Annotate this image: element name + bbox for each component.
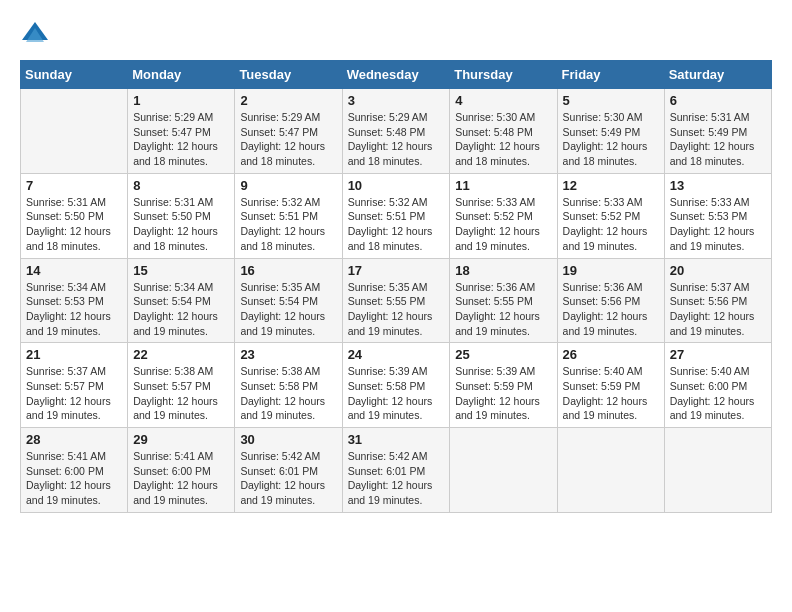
day-info: Sunrise: 5:38 AM Sunset: 5:58 PM Dayligh… <box>240 364 336 423</box>
calendar-cell: 18Sunrise: 5:36 AM Sunset: 5:55 PM Dayli… <box>450 258 557 343</box>
week-row-5: 28Sunrise: 5:41 AM Sunset: 6:00 PM Dayli… <box>21 428 772 513</box>
calendar-cell: 28Sunrise: 5:41 AM Sunset: 6:00 PM Dayli… <box>21 428 128 513</box>
calendar-cell: 2Sunrise: 5:29 AM Sunset: 5:47 PM Daylig… <box>235 89 342 174</box>
calendar-cell: 9Sunrise: 5:32 AM Sunset: 5:51 PM Daylig… <box>235 173 342 258</box>
week-row-1: 1Sunrise: 5:29 AM Sunset: 5:47 PM Daylig… <box>21 89 772 174</box>
day-number: 24 <box>348 347 445 362</box>
day-number: 14 <box>26 263 122 278</box>
day-number: 9 <box>240 178 336 193</box>
day-number: 1 <box>133 93 229 108</box>
day-number: 4 <box>455 93 551 108</box>
day-info: Sunrise: 5:38 AM Sunset: 5:57 PM Dayligh… <box>133 364 229 423</box>
day-number: 17 <box>348 263 445 278</box>
day-number: 6 <box>670 93 766 108</box>
calendar-cell: 1Sunrise: 5:29 AM Sunset: 5:47 PM Daylig… <box>128 89 235 174</box>
calendar-cell: 31Sunrise: 5:42 AM Sunset: 6:01 PM Dayli… <box>342 428 450 513</box>
calendar-cell: 6Sunrise: 5:31 AM Sunset: 5:49 PM Daylig… <box>664 89 771 174</box>
calendar-cell: 14Sunrise: 5:34 AM Sunset: 5:53 PM Dayli… <box>21 258 128 343</box>
day-info: Sunrise: 5:39 AM Sunset: 5:59 PM Dayligh… <box>455 364 551 423</box>
calendar-cell: 29Sunrise: 5:41 AM Sunset: 6:00 PM Dayli… <box>128 428 235 513</box>
day-number: 7 <box>26 178 122 193</box>
day-info: Sunrise: 5:35 AM Sunset: 5:55 PM Dayligh… <box>348 280 445 339</box>
week-row-3: 14Sunrise: 5:34 AM Sunset: 5:53 PM Dayli… <box>21 258 772 343</box>
calendar-cell <box>664 428 771 513</box>
calendar-cell: 25Sunrise: 5:39 AM Sunset: 5:59 PM Dayli… <box>450 343 557 428</box>
day-info: Sunrise: 5:34 AM Sunset: 5:53 PM Dayligh… <box>26 280 122 339</box>
calendar-cell: 13Sunrise: 5:33 AM Sunset: 5:53 PM Dayli… <box>664 173 771 258</box>
day-info: Sunrise: 5:30 AM Sunset: 5:49 PM Dayligh… <box>563 110 659 169</box>
calendar-cell: 12Sunrise: 5:33 AM Sunset: 5:52 PM Dayli… <box>557 173 664 258</box>
day-info: Sunrise: 5:36 AM Sunset: 5:55 PM Dayligh… <box>455 280 551 339</box>
calendar-cell: 5Sunrise: 5:30 AM Sunset: 5:49 PM Daylig… <box>557 89 664 174</box>
logo-icon <box>20 20 50 50</box>
calendar-cell: 10Sunrise: 5:32 AM Sunset: 5:51 PM Dayli… <box>342 173 450 258</box>
calendar-cell: 30Sunrise: 5:42 AM Sunset: 6:01 PM Dayli… <box>235 428 342 513</box>
day-number: 5 <box>563 93 659 108</box>
day-info: Sunrise: 5:31 AM Sunset: 5:49 PM Dayligh… <box>670 110 766 169</box>
calendar-cell: 16Sunrise: 5:35 AM Sunset: 5:54 PM Dayli… <box>235 258 342 343</box>
day-info: Sunrise: 5:32 AM Sunset: 5:51 PM Dayligh… <box>348 195 445 254</box>
week-row-2: 7Sunrise: 5:31 AM Sunset: 5:50 PM Daylig… <box>21 173 772 258</box>
day-info: Sunrise: 5:37 AM Sunset: 5:56 PM Dayligh… <box>670 280 766 339</box>
day-info: Sunrise: 5:41 AM Sunset: 6:00 PM Dayligh… <box>26 449 122 508</box>
day-info: Sunrise: 5:31 AM Sunset: 5:50 PM Dayligh… <box>26 195 122 254</box>
day-number: 21 <box>26 347 122 362</box>
header-day-wednesday: Wednesday <box>342 61 450 89</box>
day-info: Sunrise: 5:32 AM Sunset: 5:51 PM Dayligh… <box>240 195 336 254</box>
day-number: 26 <box>563 347 659 362</box>
day-number: 15 <box>133 263 229 278</box>
calendar-cell: 23Sunrise: 5:38 AM Sunset: 5:58 PM Dayli… <box>235 343 342 428</box>
calendar-cell <box>557 428 664 513</box>
header-day-friday: Friday <box>557 61 664 89</box>
day-number: 10 <box>348 178 445 193</box>
day-number: 22 <box>133 347 229 362</box>
calendar-cell: 11Sunrise: 5:33 AM Sunset: 5:52 PM Dayli… <box>450 173 557 258</box>
day-number: 29 <box>133 432 229 447</box>
day-info: Sunrise: 5:39 AM Sunset: 5:58 PM Dayligh… <box>348 364 445 423</box>
day-info: Sunrise: 5:42 AM Sunset: 6:01 PM Dayligh… <box>348 449 445 508</box>
logo <box>20 20 54 50</box>
header-day-thursday: Thursday <box>450 61 557 89</box>
header-row: SundayMondayTuesdayWednesdayThursdayFrid… <box>21 61 772 89</box>
day-info: Sunrise: 5:29 AM Sunset: 5:47 PM Dayligh… <box>133 110 229 169</box>
day-number: 31 <box>348 432 445 447</box>
day-info: Sunrise: 5:33 AM Sunset: 5:52 PM Dayligh… <box>455 195 551 254</box>
day-number: 12 <box>563 178 659 193</box>
day-number: 28 <box>26 432 122 447</box>
calendar-cell: 20Sunrise: 5:37 AM Sunset: 5:56 PM Dayli… <box>664 258 771 343</box>
header-day-tuesday: Tuesday <box>235 61 342 89</box>
page-header <box>20 20 772 50</box>
calendar-cell <box>450 428 557 513</box>
header-day-saturday: Saturday <box>664 61 771 89</box>
calendar-table: SundayMondayTuesdayWednesdayThursdayFrid… <box>20 60 772 513</box>
calendar-cell: 19Sunrise: 5:36 AM Sunset: 5:56 PM Dayli… <box>557 258 664 343</box>
calendar-cell: 17Sunrise: 5:35 AM Sunset: 5:55 PM Dayli… <box>342 258 450 343</box>
day-number: 19 <box>563 263 659 278</box>
calendar-cell: 15Sunrise: 5:34 AM Sunset: 5:54 PM Dayli… <box>128 258 235 343</box>
day-number: 23 <box>240 347 336 362</box>
calendar-cell: 27Sunrise: 5:40 AM Sunset: 6:00 PM Dayli… <box>664 343 771 428</box>
day-number: 27 <box>670 347 766 362</box>
calendar-cell: 3Sunrise: 5:29 AM Sunset: 5:48 PM Daylig… <box>342 89 450 174</box>
calendar-cell: 22Sunrise: 5:38 AM Sunset: 5:57 PM Dayli… <box>128 343 235 428</box>
day-number: 8 <box>133 178 229 193</box>
day-number: 11 <box>455 178 551 193</box>
day-number: 16 <box>240 263 336 278</box>
calendar-cell <box>21 89 128 174</box>
calendar-cell: 4Sunrise: 5:30 AM Sunset: 5:48 PM Daylig… <box>450 89 557 174</box>
day-info: Sunrise: 5:30 AM Sunset: 5:48 PM Dayligh… <box>455 110 551 169</box>
day-info: Sunrise: 5:36 AM Sunset: 5:56 PM Dayligh… <box>563 280 659 339</box>
day-info: Sunrise: 5:35 AM Sunset: 5:54 PM Dayligh… <box>240 280 336 339</box>
day-number: 25 <box>455 347 551 362</box>
header-day-monday: Monday <box>128 61 235 89</box>
day-info: Sunrise: 5:41 AM Sunset: 6:00 PM Dayligh… <box>133 449 229 508</box>
calendar-cell: 24Sunrise: 5:39 AM Sunset: 5:58 PM Dayli… <box>342 343 450 428</box>
calendar-cell: 26Sunrise: 5:40 AM Sunset: 5:59 PM Dayli… <box>557 343 664 428</box>
day-info: Sunrise: 5:37 AM Sunset: 5:57 PM Dayligh… <box>26 364 122 423</box>
day-number: 3 <box>348 93 445 108</box>
day-number: 13 <box>670 178 766 193</box>
day-info: Sunrise: 5:34 AM Sunset: 5:54 PM Dayligh… <box>133 280 229 339</box>
day-info: Sunrise: 5:40 AM Sunset: 5:59 PM Dayligh… <box>563 364 659 423</box>
calendar-cell: 7Sunrise: 5:31 AM Sunset: 5:50 PM Daylig… <box>21 173 128 258</box>
header-day-sunday: Sunday <box>21 61 128 89</box>
